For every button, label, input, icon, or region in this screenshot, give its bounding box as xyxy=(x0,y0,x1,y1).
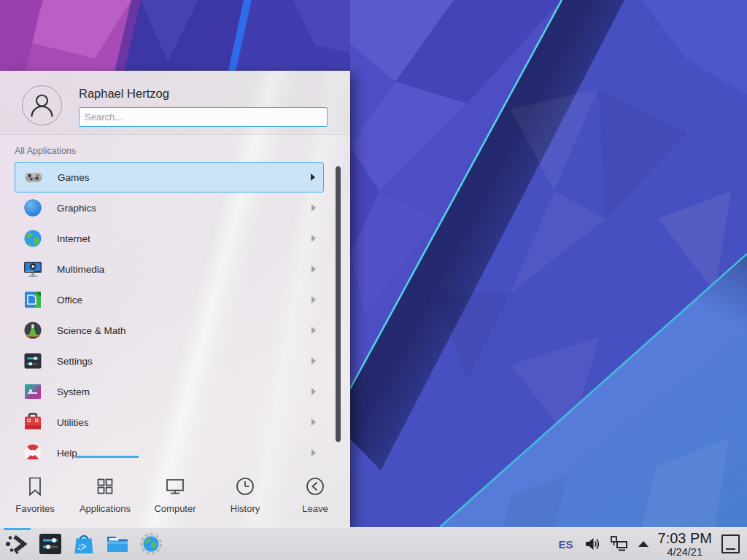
tab-label: Favorites xyxy=(15,503,54,514)
submenu-arrow-icon xyxy=(311,204,316,211)
taskbar-panel: ES 7:03 PM 4/24/21 xyxy=(0,527,747,560)
submenu-arrow-icon xyxy=(311,296,316,303)
clock-icon xyxy=(233,475,257,498)
tab-computer[interactable]: Computer xyxy=(140,461,210,527)
flask-icon xyxy=(23,321,42,340)
submenu-arrow-icon xyxy=(311,174,315,181)
section-label: All Applications xyxy=(15,146,76,156)
web-browser-button[interactable] xyxy=(138,531,164,557)
digital-clock[interactable]: 7:03 PM 4/24/21 xyxy=(658,531,712,558)
submenu-arrow-icon xyxy=(311,449,316,456)
bookmark-icon xyxy=(23,475,47,498)
app-item-games[interactable]: Games xyxy=(15,162,324,192)
globe-icon xyxy=(23,229,42,248)
app-label: Science & Math xyxy=(57,325,126,336)
tab-history[interactable]: History xyxy=(210,461,280,527)
app-item-science-math[interactable]: Science & Math xyxy=(15,315,324,346)
monitor-icon xyxy=(163,475,187,498)
file-manager-button[interactable] xyxy=(104,531,131,557)
sphere-icon xyxy=(23,198,42,217)
app-item-internet[interactable]: Internet xyxy=(15,223,324,254)
application-launcher-menu: Raphael Hertzog All Applications Games xyxy=(0,71,350,527)
app-label: System xyxy=(57,386,90,397)
app-item-graphics[interactable]: Graphics xyxy=(15,192,324,223)
tab-leave[interactable]: Leave xyxy=(280,461,350,527)
user-name: Raphael Hertzog xyxy=(79,87,169,101)
tab-label: History xyxy=(231,503,260,514)
tab-label: Applications xyxy=(80,503,131,514)
app-item-multimedia[interactable]: Multimedia xyxy=(15,254,324,284)
application-launcher-button[interactable] xyxy=(4,531,30,557)
app-label: Games xyxy=(58,172,90,183)
list-scrollbar[interactable] xyxy=(336,166,341,442)
submenu-arrow-icon xyxy=(311,388,316,395)
tab-applications[interactable]: Applications xyxy=(70,461,140,527)
submenu-arrow-icon xyxy=(311,419,316,426)
scroll-position-indicator xyxy=(75,456,139,458)
clock-time: 7:03 PM xyxy=(658,531,712,545)
search-input[interactable] xyxy=(79,107,328,127)
app-item-settings[interactable]: Settings xyxy=(15,346,324,376)
discover-button[interactable] xyxy=(71,531,97,557)
system-settings-icon xyxy=(37,531,63,557)
sliders-icon xyxy=(23,351,42,370)
submenu-arrow-icon xyxy=(311,235,316,242)
submenu-arrow-icon xyxy=(311,357,316,365)
system-settings-button[interactable] xyxy=(37,531,63,557)
app-category-list: Games Graphics xyxy=(15,162,324,459)
app-label: Multimedia xyxy=(57,264,104,275)
leave-icon xyxy=(303,475,327,498)
menu-header: Raphael Hertzog xyxy=(0,71,350,135)
app-label: Graphics xyxy=(57,203,96,214)
submenu-arrow-icon xyxy=(311,327,316,334)
clock-date: 4/24/21 xyxy=(667,547,703,558)
submenu-arrow-icon xyxy=(311,265,316,273)
desktop: Raphael Hertzog All Applications Games xyxy=(0,0,747,560)
user-icon xyxy=(23,86,61,125)
browser-globe-icon xyxy=(138,531,164,557)
network-icon[interactable] xyxy=(610,535,629,553)
gamepad-icon xyxy=(24,168,43,187)
app-label: Utilities xyxy=(57,417,89,428)
system-sliders-icon xyxy=(23,382,42,401)
tray-expander-icon[interactable] xyxy=(638,541,649,547)
menu-tab-bar: Favorites Applications Computer xyxy=(0,461,350,527)
app-item-system[interactable]: System xyxy=(15,376,324,407)
document-icon xyxy=(23,290,42,309)
kde-launcher-icon xyxy=(4,531,30,557)
tab-favorites[interactable]: Favorites xyxy=(0,461,70,527)
taskbar-icons xyxy=(4,528,164,560)
keyboard-layout-indicator[interactable]: ES xyxy=(559,538,573,551)
toolbox-icon xyxy=(23,413,42,432)
volume-icon[interactable] xyxy=(583,535,600,553)
folder-icon xyxy=(104,531,131,557)
show-desktop-button[interactable] xyxy=(721,534,740,553)
app-item-help[interactable]: Help xyxy=(15,438,324,459)
app-label: Settings xyxy=(57,356,93,367)
user-avatar[interactable] xyxy=(22,85,62,125)
tab-label: Leave xyxy=(302,503,328,514)
lifebuoy-icon xyxy=(23,443,42,459)
app-label: Help xyxy=(57,448,77,459)
grid-icon xyxy=(93,475,117,498)
app-label: Office xyxy=(57,295,82,306)
system-tray: ES 7:03 PM 4/24/21 xyxy=(559,528,740,560)
tab-label: Computer xyxy=(154,503,196,514)
app-item-office[interactable]: Office xyxy=(15,284,324,315)
app-item-utilities[interactable]: Utilities xyxy=(15,407,324,438)
media-player-icon xyxy=(23,260,42,279)
discover-icon xyxy=(71,531,97,557)
app-label: Internet xyxy=(57,233,90,244)
